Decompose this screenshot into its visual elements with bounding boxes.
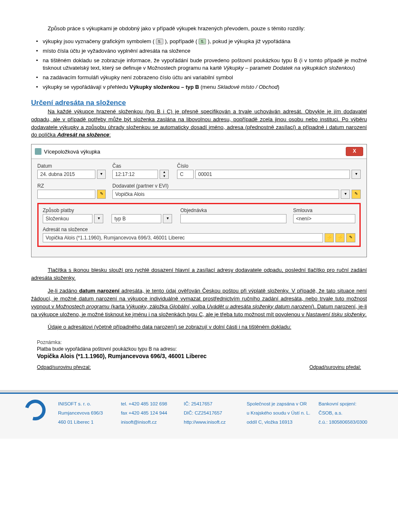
printed-note-intro: Údaje o adresátovi (včetně případného da…: [31, 323, 367, 331]
cislo-label: Číslo: [177, 163, 361, 169]
section-heading-adresat: Určení adresáta na složence: [31, 99, 367, 107]
lightning-note: Tlačítka s ikonou blesku slouží pro rych…: [31, 266, 367, 282]
footer-bank-1: Bankovní spojení:: [318, 400, 373, 409]
zpusob-label: Způsob platby: [43, 207, 105, 213]
footer-or-1: Společnost je zapsána v OR: [247, 400, 310, 409]
bullet-1: výkupky jsou vyznačeny grafickým symbole…: [31, 38, 367, 46]
datum-input[interactable]: [37, 170, 95, 179]
dialog-titlebar: Vícepoložková výkupka X: [32, 144, 366, 159]
lightning-send-address-button[interactable]: ⚡: [335, 233, 345, 242]
birthdate-paragraph: Je-li zadáno datum narození adresáta, je…: [31, 287, 367, 318]
rz-input[interactable]: [37, 190, 95, 199]
highlighted-payment-section: Způsob platby ▾ ▾ Ob: [37, 203, 361, 247]
footer-web: http://www.inisoft.cz: [184, 418, 238, 427]
company-logo-icon: [21, 396, 49, 424]
rz-label: RZ: [37, 183, 106, 189]
objednavka-label: Objednávka: [180, 207, 286, 213]
footer-or-3: oddíl C, vložka 16913: [247, 418, 310, 427]
close-button[interactable]: X: [346, 147, 363, 156]
footer-company: INISOFT s. r. o.: [58, 400, 113, 409]
signature-prevzal: Odpad/surovinu převzal:: [37, 364, 91, 370]
datum-label: Datum: [37, 163, 106, 169]
footer-bank-3: č.ú.: 1805806583/0300: [318, 418, 373, 427]
rz-edit-button[interactable]: ✎: [97, 190, 106, 199]
dodavatel-edit-button[interactable]: ✎: [352, 190, 361, 199]
smlouva-label: Smlouva: [293, 207, 355, 213]
typ-select[interactable]: [112, 214, 161, 223]
cas-input[interactable]: [112, 170, 158, 179]
bullet-4: na zadávacím formuláři výkupky není zobr…: [31, 74, 367, 82]
dodavatel-dropdown-button[interactable]: ▾: [341, 190, 350, 199]
manual-address-button[interactable]: ✎: [346, 233, 355, 242]
bullet-5: výkupky se vypořádávají v přehledu Výkup…: [31, 83, 367, 91]
footer-tel: tel. +420 485 102 698: [121, 400, 176, 409]
intro-paragraph: Způsob práce s výkupkami je obdobný jako…: [31, 25, 367, 33]
lightning-icon: ⚡: [337, 234, 343, 240]
vykupka-dialog: Vícepoložková výkupka X Datum ▾ Čas ▴▾: [31, 144, 367, 257]
footer-or-2: u Krajského soudu v Ústí n. L.: [247, 409, 310, 418]
lightning-main-address-button[interactable]: ⚡: [325, 233, 334, 242]
bullet-3: na tištěném dokladu se zobrazuje informa…: [31, 57, 367, 73]
footer-dic: DIČ: CZ25417657: [184, 409, 238, 418]
dialog-title: Vícepoložková výkupka: [44, 149, 100, 155]
adresat-input[interactable]: [43, 233, 323, 242]
typ-dropdown-button[interactable]: ▾: [163, 214, 172, 223]
adresat-paragraph: Na každé výkupce hrazené složenkou (typ …: [31, 108, 367, 139]
printed-receipt-block: Poznámka: Platba bude vypořádána poštovn…: [31, 336, 367, 373]
cislo-input[interactable]: [195, 170, 350, 179]
lightning-icon: ⚡: [326, 234, 332, 240]
cas-label: Čas: [112, 163, 170, 169]
bullet-2: místo čísla účtu je vyžadováno vyplnění …: [31, 47, 367, 55]
footer-street: Rumjancevova 696/3: [58, 409, 113, 418]
cas-spinner[interactable]: ▴▾: [160, 170, 169, 179]
cislo-dropdown-button[interactable]: ▾: [352, 170, 361, 179]
page-footer: INISOFT s. r. o. Rumjancevova 696/3 460 …: [0, 390, 398, 439]
slozenka-done-icon: S.: [199, 39, 206, 44]
footer-bank-2: ČSOB, a.s.: [318, 409, 373, 418]
dodavatel-label: Dodavatel (partner v EVI): [112, 183, 361, 189]
datum-dropdown-button[interactable]: ▾: [97, 170, 106, 179]
poznamka-label: Poznámka:: [37, 339, 361, 345]
footer-fax: fax +420 485 124 944: [121, 409, 176, 418]
signature-predal: Odpad/surovinu předal:: [309, 364, 361, 370]
bullet-list: výkupky jsou vyznačeny grafickým symbole…: [31, 38, 367, 91]
printed-line-2: Vopička Alois (*1.1.1960), Rumjancevova …: [37, 353, 361, 359]
printed-line-1: Platba bude vypořádána poštovní poukázko…: [37, 346, 361, 352]
smlouva-input[interactable]: [293, 214, 355, 223]
zpusob-dropdown-button[interactable]: ▾: [94, 214, 103, 223]
app-icon: [35, 148, 41, 155]
footer-city: 460 01 Liberec 1: [58, 418, 113, 427]
slozenka-icon: S.: [156, 39, 163, 44]
dodavatel-input[interactable]: [112, 190, 339, 199]
footer-ic: IČ: 25417657: [184, 400, 238, 409]
objednavka-input[interactable]: [180, 214, 286, 223]
footer-email: inisoft@inisoft.cz: [121, 418, 176, 427]
cislo-prefix-input[interactable]: [177, 170, 194, 179]
adresat-label: Adresát na složence: [43, 227, 355, 232]
zpusob-select[interactable]: [43, 214, 92, 223]
